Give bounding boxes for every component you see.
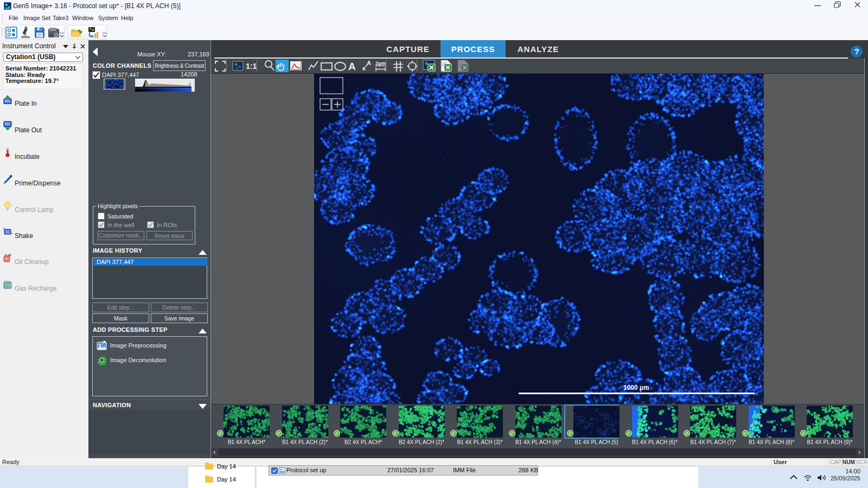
svg-text:A: A	[367, 60, 371, 66]
svg-text:1:1: 1:1	[246, 62, 257, 70]
svg-text:2µm: 2µm	[375, 60, 386, 66]
svg-text:”: ”	[10, 232, 12, 236]
svg-text:A: A	[348, 61, 356, 72]
